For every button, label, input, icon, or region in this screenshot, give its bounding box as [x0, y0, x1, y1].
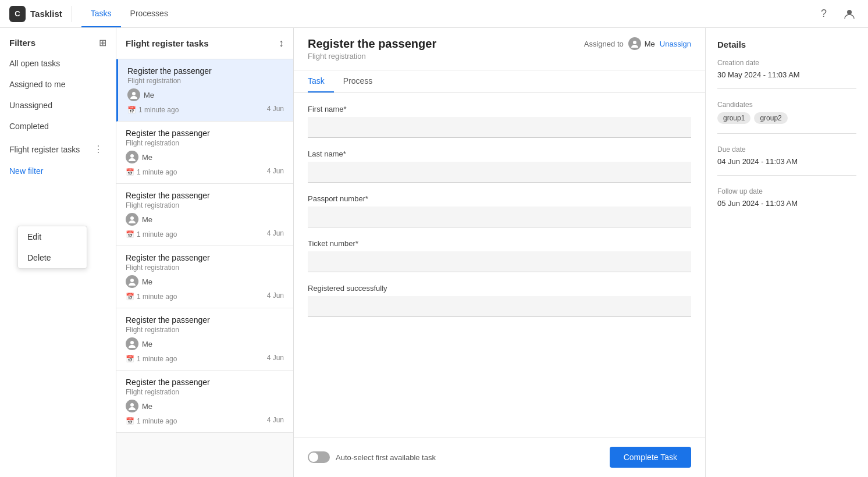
task-assignee: Me: [127, 88, 284, 101]
user-icon[interactable]: [840, 5, 859, 23]
task-date: 4 Jun: [267, 354, 284, 362]
assignee-label: Me: [142, 277, 152, 286]
task-assignee: Me: [126, 213, 284, 226]
table-row[interactable]: Register the passenger Flight registrati…: [116, 184, 293, 246]
task-item-title: Register the passenger: [126, 129, 284, 138]
sidebar-item-unassigned[interactable]: Unassigned: [0, 95, 116, 116]
context-menu-delete[interactable]: Delete: [18, 247, 87, 268]
table-row[interactable]: Register the passenger Flight registrati…: [116, 59, 293, 122]
table-row[interactable]: Register the passenger Flight registrati…: [116, 246, 293, 308]
filter-icon[interactable]: ⊞: [99, 37, 106, 48]
task-items: Register the passenger Flight registrati…: [116, 59, 293, 477]
task-date: 4 Jun: [267, 105, 284, 113]
first-name-input[interactable]: [308, 117, 691, 138]
task-date: 4 Jun: [267, 167, 284, 175]
candidate-badges: group1 group2: [717, 112, 856, 124]
sidebar-item-flight-register-label: Flight register tasks: [9, 145, 80, 154]
toggle-thumb: [309, 453, 318, 462]
task-detail-header: Register the passenger Flight registrati…: [294, 28, 705, 70]
follow-up-date-label: Follow up date: [717, 187, 856, 195]
avatar: [126, 151, 138, 163]
task-time: 📅 1 minute ago: [126, 230, 177, 238]
registered-successfully-input[interactable]: [308, 296, 691, 317]
logo-icon: C: [9, 6, 26, 22]
auto-select-toggle[interactable]: [308, 451, 330, 463]
task-assignee: Me: [126, 275, 284, 288]
task-item-subtitle: Flight registration: [126, 264, 284, 272]
context-menu: Edit Delete: [17, 226, 87, 269]
passport-number-input[interactable]: [308, 207, 691, 227]
form-label-last-name: Last name*: [308, 149, 691, 158]
context-menu-edit[interactable]: Edit: [18, 226, 87, 247]
svg-point-5: [130, 341, 134, 344]
auto-select-area: Auto-select first available task: [308, 451, 436, 463]
task-item-footer: 📅 1 minute ago 4 Jun: [126, 353, 284, 363]
nav-right: ?: [814, 5, 859, 23]
task-detail-title: Register the passenger: [308, 37, 436, 51]
task-date: 4 Jun: [267, 291, 284, 300]
sidebar-title: Filters: [9, 38, 35, 48]
tab-process[interactable]: Process: [334, 70, 382, 92]
tab-tasks[interactable]: Tasks: [81, 1, 121, 27]
task-detail-subtitle: Flight registration: [308, 52, 436, 60]
svg-point-0: [847, 10, 852, 15]
task-tabs: Task Process: [294, 70, 705, 93]
sidebar-item-assigned-to-me[interactable]: Assigned to me: [0, 74, 116, 95]
app-title: Tasklist: [30, 9, 62, 19]
ticket-number-input[interactable]: [308, 251, 691, 272]
assignee-label: Me: [142, 215, 152, 224]
sidebar-item-all-open[interactable]: All open tasks: [0, 53, 116, 74]
assignee-label: Me: [144, 91, 154, 99]
tab-task[interactable]: Task: [308, 70, 334, 92]
task-time: 📅 1 minute ago: [126, 355, 177, 363]
candidate-badge-group1: group1: [717, 112, 750, 124]
task-assign-area: Assigned to Me Unassign: [584, 37, 691, 50]
new-filter-btn[interactable]: New filter: [0, 162, 116, 180]
avatar: [126, 213, 138, 226]
auto-select-label: Auto-select first available task: [336, 453, 436, 462]
svg-point-7: [633, 41, 636, 44]
assignee-label: Me: [142, 402, 152, 411]
form-field-registered: Registered successfully: [308, 284, 691, 317]
tab-processes[interactable]: Processes: [121, 1, 177, 27]
three-dots-menu-btn[interactable]: ⋮: [90, 143, 106, 156]
details-panel: Details Creation date 30 May 2024 - 11:0…: [705, 28, 868, 477]
last-name-input[interactable]: [308, 162, 691, 183]
task-item-footer: 📅 1 minute ago 4 Jun: [126, 290, 284, 301]
task-date: 4 Jun: [267, 416, 284, 424]
avatar: [628, 37, 641, 50]
task-item-title: Register the passenger: [126, 253, 284, 262]
sidebar-item-completed[interactable]: Completed: [0, 116, 116, 137]
detail-section-creation-date: Creation date 30 May 2024 - 11:03 AM: [717, 59, 856, 89]
task-item-subtitle: Flight registration: [126, 388, 284, 396]
task-item-title: Register the passenger: [126, 378, 284, 387]
help-icon[interactable]: ?: [814, 5, 833, 23]
svg-point-2: [130, 154, 134, 158]
task-item-subtitle: Flight registration: [126, 201, 284, 209]
table-row[interactable]: Register the passenger Flight registrati…: [116, 308, 293, 371]
svg-point-4: [130, 279, 134, 282]
top-nav: C Tasklist Tasks Processes ?: [0, 0, 868, 28]
task-detail-panel: Register the passenger Flight registrati…: [294, 28, 705, 477]
form-label-first-name: First name*: [308, 105, 691, 113]
creation-date-value: 30 May 2024 - 11:03 AM: [717, 70, 856, 79]
detail-section-due-date: Due date 04 Jun 2024 - 11:03 AM: [717, 145, 856, 176]
task-assignee: Me: [126, 400, 284, 412]
task-item-footer: 📅 1 minute ago 4 Jun: [126, 166, 284, 176]
task-title-area: Register the passenger Flight registrati…: [308, 37, 436, 60]
avatar: [126, 337, 138, 350]
task-assignee: Me: [126, 151, 284, 163]
assigned-user: Me: [628, 37, 655, 50]
form-field-ticket: Ticket number*: [308, 239, 691, 272]
task-form: First name* Last name* Passport number* …: [294, 93, 705, 437]
avatar: [126, 275, 138, 288]
complete-task-button[interactable]: Complete Task: [610, 447, 691, 468]
table-row[interactable]: Register the passenger Flight registrati…: [116, 371, 293, 433]
table-row[interactable]: Register the passenger Flight registrati…: [116, 122, 293, 184]
creation-date-label: Creation date: [717, 59, 856, 67]
form-field-last-name: Last name*: [308, 149, 691, 183]
sidebar-item-flight-register[interactable]: Flight register tasks ⋮: [0, 137, 116, 162]
unassign-button[interactable]: Unassign: [660, 40, 691, 48]
sort-icon[interactable]: ↕: [279, 37, 284, 49]
assigned-user-label: Me: [645, 40, 655, 48]
